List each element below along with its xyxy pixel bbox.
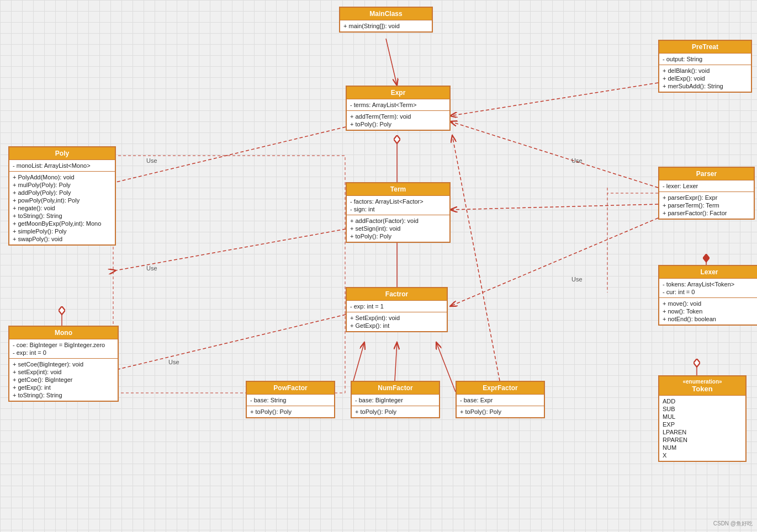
class-section-exprfactor-methods: + toPoly(): Poly bbox=[457, 406, 544, 417]
field: RPAREN bbox=[663, 436, 742, 444]
field: + mulPoly(Poly): Poly bbox=[13, 181, 112, 189]
class-section-pretreat-fields: - output: String bbox=[659, 53, 751, 65]
class-expr: Expr - terms: ArrayList<Term> + addTerm(… bbox=[346, 86, 451, 131]
class-section-expr-methods: + addTerm(Term): void + toPoly(): Poly bbox=[347, 110, 449, 130]
class-section-factror-methods: + SetExp(int): void + GetExp(): int bbox=[347, 312, 447, 331]
class-section-factror-fields: - exp: int = 1 bbox=[347, 300, 447, 312]
svg-text:Use: Use bbox=[168, 359, 179, 365]
class-section-term-fields: - factors: ArrayList<Factor> - sign: int bbox=[347, 195, 449, 215]
class-lexer: Lexer - tokens: ArrayList<Token> - cur: … bbox=[658, 265, 757, 326]
field: - exp: int = 0 bbox=[13, 349, 114, 357]
field: SUB bbox=[663, 405, 742, 413]
class-term: Term - factors: ArrayList<Factor> - sign… bbox=[346, 182, 451, 243]
svg-line-19 bbox=[116, 229, 346, 270]
class-header-powfactor: PowFactor bbox=[247, 382, 334, 394]
field: - base: BigInteger bbox=[355, 396, 436, 404]
uml-canvas: Use Use Use Use Use MainClass + main(Str… bbox=[0, 0, 757, 532]
class-section-mono-fields: - coe: BigInteger = BigInteger.zero - ex… bbox=[9, 339, 118, 358]
class-powfactor: PowFactor - base: String + toPoly(): Pol… bbox=[246, 381, 335, 418]
class-section-powfactor-methods: + toPoly(): Poly bbox=[247, 406, 334, 417]
class-section-term-methods: + addFactor(Factor): void + setSign(int)… bbox=[347, 215, 449, 242]
class-pretreat: PreTreat - output: String + delBlank(): … bbox=[658, 40, 752, 93]
svg-line-13 bbox=[450, 218, 658, 306]
field: MUL bbox=[663, 413, 742, 421]
field: - base: Expr bbox=[460, 396, 541, 404]
field: - tokens: ArrayList<Token> bbox=[663, 280, 756, 288]
svg-text:Use: Use bbox=[571, 276, 583, 283]
field: - monoList: ArrayList<Mono> bbox=[13, 162, 112, 169]
field: + merSubAdd(): String bbox=[663, 82, 748, 90]
field: + parserFactor(): Factor bbox=[663, 209, 750, 217]
class-header-factror: Factror bbox=[347, 288, 447, 300]
field: + setSign(int): void bbox=[350, 225, 446, 232]
svg-line-21 bbox=[116, 315, 346, 370]
svg-line-7 bbox=[353, 342, 364, 381]
field: + getCoe(): BigInteger bbox=[13, 376, 114, 384]
svg-text:Use: Use bbox=[146, 265, 157, 272]
class-mainclass: MainClass + main(String[]): void bbox=[339, 7, 433, 33]
field: + toString(): String bbox=[13, 212, 112, 220]
field: NUM bbox=[663, 444, 742, 451]
svg-text:Use: Use bbox=[146, 157, 157, 164]
class-header-pretreat: PreTreat bbox=[659, 41, 751, 53]
field: - factors: ArrayList<Factor> bbox=[350, 198, 446, 205]
class-section-numfactor-fields: - base: BigInteger bbox=[352, 394, 439, 406]
field: + SetExp(int): void bbox=[350, 314, 443, 322]
field: + delExp(): void bbox=[663, 75, 748, 82]
class-section-lexer-methods: + move(): void + now(): Token + notEnd()… bbox=[659, 297, 757, 324]
class-section-poly-methods: + PolyAdd(Mono): void + mulPoly(Poly): P… bbox=[9, 171, 115, 244]
class-section-powfactor-fields: - base: String bbox=[247, 394, 334, 406]
svg-line-16 bbox=[452, 135, 500, 381]
class-section-poly-fields: - monoList: ArrayList<Mono> bbox=[9, 159, 115, 171]
field: ADD bbox=[663, 397, 742, 405]
field: + toPoly(): Poly bbox=[350, 232, 446, 240]
class-section-lexer-fields: - tokens: ArrayList<Token> - cur: int = … bbox=[659, 278, 757, 297]
field: + powPoly(Poly,int): Poly bbox=[13, 196, 112, 204]
class-section-pretreat-methods: + delBlank(): void + delExp(): void + me… bbox=[659, 65, 751, 92]
field: - sign: int bbox=[350, 205, 446, 213]
class-section-numfactor-methods: + toPoly(): Poly bbox=[352, 406, 439, 417]
field: + addTerm(Term): void bbox=[350, 113, 446, 120]
class-header-poly: Poly bbox=[9, 147, 115, 159]
class-token: «enumeration» Token ADD SUB MUL EXP LPAR… bbox=[658, 375, 747, 462]
class-mono: Mono - coe: BigInteger = BigInteger.zero… bbox=[8, 326, 119, 402]
field: + setExp(int): void bbox=[13, 368, 114, 376]
field: + toPoly(): Poly bbox=[350, 120, 446, 128]
field: + PolyAdd(Mono): void bbox=[13, 173, 112, 181]
class-factror: Factror - exp: int = 1 + SetExp(int): vo… bbox=[346, 287, 448, 332]
class-header-term: Term bbox=[347, 183, 449, 195]
field: - exp: int = 1 bbox=[350, 302, 443, 310]
class-header-lexer: Lexer bbox=[659, 266, 757, 278]
class-header-token: «enumeration» Token bbox=[659, 376, 745, 395]
svg-rect-23 bbox=[113, 156, 345, 393]
field: + toPoly(): Poly bbox=[250, 408, 331, 416]
class-section-parser-fields: - lexer: Lexer bbox=[659, 180, 754, 191]
class-section-expr-fields: - terms: ArrayList<Term> bbox=[347, 99, 449, 110]
class-name-token: Token bbox=[664, 385, 741, 393]
field: + addFactor(Factor): void bbox=[350, 217, 446, 225]
field: + setCoe(BigInteger): void bbox=[13, 360, 114, 368]
field: - coe: BigInteger = BigInteger.zero bbox=[13, 341, 114, 349]
field: + now(): Token bbox=[663, 307, 756, 315]
svg-line-3 bbox=[386, 39, 397, 86]
field: + main(String[]): void bbox=[343, 22, 428, 30]
class-parser: Parser - lexer: Lexer + parserExpr(): Ex… bbox=[658, 167, 755, 220]
field: + addPoly(Poly): Poly bbox=[13, 189, 112, 196]
svg-line-4 bbox=[450, 83, 658, 116]
class-section-mono-methods: + setCoe(BigInteger): void + setExp(int)… bbox=[9, 358, 118, 401]
field: - output: String bbox=[663, 55, 748, 63]
field: EXP bbox=[663, 421, 742, 428]
stereotype-label: «enumeration» bbox=[664, 379, 741, 385]
field: + toString(): String bbox=[13, 391, 114, 399]
class-numfactor: NumFactor - base: BigInteger + toPoly():… bbox=[351, 381, 440, 418]
class-section-parser-methods: + parserExpr(): Expr + parserTerm(): Ter… bbox=[659, 191, 754, 219]
field: - lexer: Lexer bbox=[663, 182, 750, 190]
field: - cur: int = 0 bbox=[663, 288, 756, 296]
svg-line-8 bbox=[395, 342, 397, 381]
class-exprfactor: ExprFactor - base: Expr + toPoly(): Poly bbox=[456, 381, 545, 418]
field: + getExp(): int bbox=[13, 384, 114, 391]
field: X bbox=[663, 451, 742, 459]
svg-text:Use: Use bbox=[571, 157, 583, 164]
field: + toPoly(): Poly bbox=[460, 408, 541, 416]
class-header-parser: Parser bbox=[659, 168, 754, 180]
